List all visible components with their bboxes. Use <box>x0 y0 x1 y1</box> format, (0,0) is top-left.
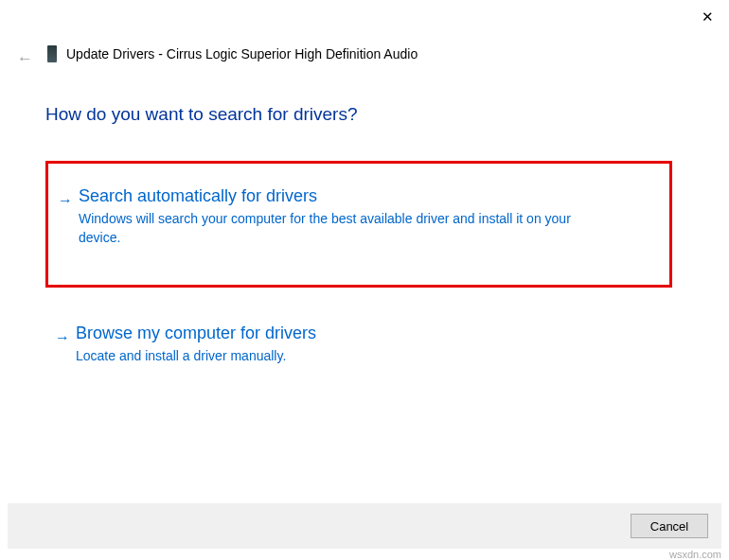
option-title: Search automatically for drivers <box>79 186 654 206</box>
button-bar: Cancel <box>8 503 721 549</box>
close-button[interactable]: ✕ <box>685 0 729 32</box>
option-title: Browse my computer for drivers <box>76 324 657 343</box>
options-list: → Search automatically for drivers Windo… <box>45 161 672 402</box>
watermark: wsxdn.com <box>669 549 721 560</box>
option-search-automatically[interactable]: → Search automatically for drivers Windo… <box>45 161 672 288</box>
page-heading: How do you want to search for drivers? <box>45 104 358 125</box>
window-title: Update Drivers - Cirrus Logic Superior H… <box>66 46 418 61</box>
arrow-right-icon: → <box>58 192 73 209</box>
option-description: Locate and install a driver manually. <box>76 347 601 366</box>
close-icon: ✕ <box>702 9 714 24</box>
back-button[interactable]: ← <box>17 50 33 66</box>
cancel-button[interactable]: Cancel <box>631 514 708 538</box>
device-icon <box>47 45 57 62</box>
option-browse-computer[interactable]: → Browse my computer for drivers Locate … <box>45 306 672 383</box>
option-description: Windows will search your computer for th… <box>79 210 604 247</box>
arrow-right-icon: → <box>55 329 70 346</box>
window-header: Update Drivers - Cirrus Logic Superior H… <box>47 45 418 62</box>
